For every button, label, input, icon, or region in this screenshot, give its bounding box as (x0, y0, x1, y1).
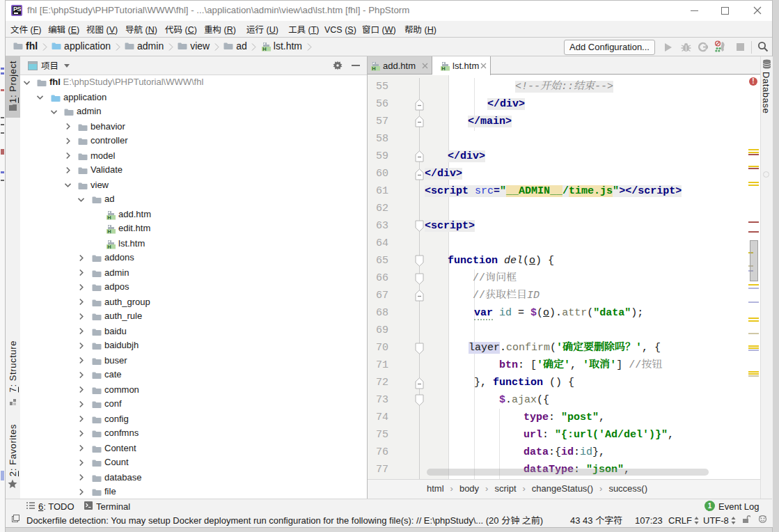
svg-text:H: H (107, 228, 111, 234)
svg-text:H: H (441, 65, 445, 71)
svg-text:H: H (262, 46, 266, 52)
svg-text:H: H (107, 244, 111, 249)
svg-text:H: H (107, 214, 111, 220)
svg-text:H: H (372, 65, 375, 71)
